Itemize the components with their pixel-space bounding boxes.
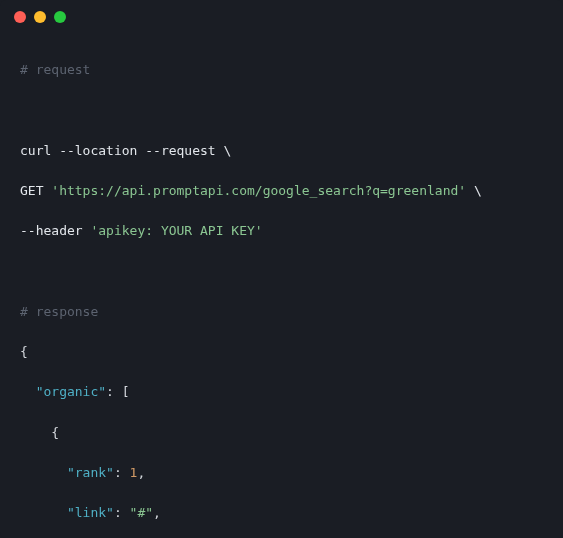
response-comment: # response: [20, 304, 98, 319]
json-key-organic: "organic": [36, 384, 106, 399]
minimize-icon[interactable]: [34, 11, 46, 23]
header-value: 'apikey: YOUR API KEY': [90, 223, 262, 238]
titlebar: [0, 0, 563, 34]
code-block: # request curl --location --request \ GE…: [0, 34, 563, 538]
curl-command: curl --location --request: [20, 143, 224, 158]
close-icon[interactable]: [14, 11, 26, 23]
json-key-link: "link": [67, 505, 114, 520]
header-flag: --header: [20, 223, 90, 238]
http-method: GET: [20, 183, 51, 198]
json-key-rank: "rank": [67, 465, 114, 480]
maximize-icon[interactable]: [54, 11, 66, 23]
line-continuation: \: [224, 143, 232, 158]
terminal-window: # request curl --location --request \ GE…: [0, 0, 563, 538]
colon-bracket: : [: [106, 384, 129, 399]
brace-open: {: [20, 344, 28, 359]
request-url: 'https://api.promptapi.com/google_search…: [51, 183, 466, 198]
line-continuation: \: [466, 183, 482, 198]
json-value-link: "#": [130, 505, 153, 520]
item-open: {: [20, 425, 59, 440]
request-comment: # request: [20, 62, 90, 77]
